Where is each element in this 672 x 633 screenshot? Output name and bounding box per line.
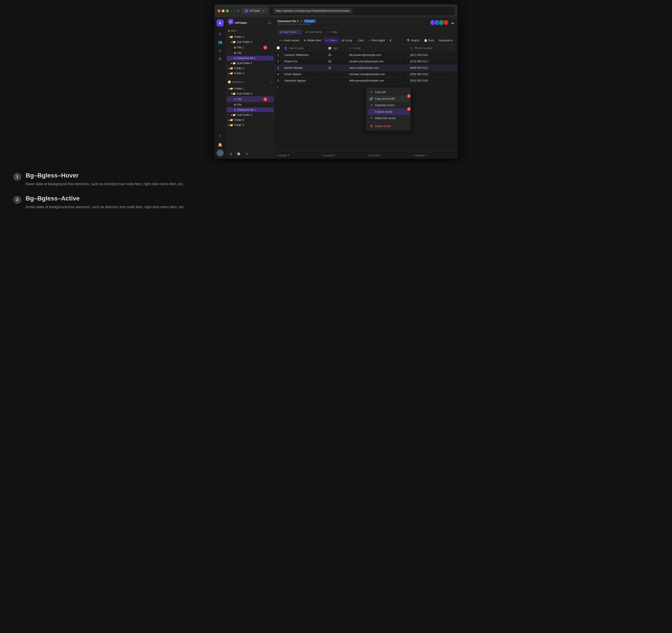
sidebar-item-subfolder1[interactable]: ▾📁 Sub Folder 1 ⋯ xyxy=(227,40,273,44)
exp-folder1[interactable]: ▾📁 Folder 1 ⋯ xyxy=(227,86,273,91)
traffic-light-minimize[interactable] xyxy=(222,9,224,13)
tab-view-label-2: View Name xyxy=(308,30,322,33)
exp-subfolder1[interactable]: ▾📁 Sub Folder 1 ⋯ xyxy=(227,91,273,96)
rail-icon-compass[interactable]: ◎ xyxy=(217,47,224,54)
ctx-divider xyxy=(367,122,409,122)
address-input[interactable] xyxy=(273,8,353,14)
col-email-icon: ✉ xyxy=(349,47,351,49)
ctx-copy-record-url[interactable]: 🔗 Copy record URL 1 xyxy=(367,96,409,102)
exp-folder4-label: Folder 4 xyxy=(234,119,268,122)
ctx-delete-record[interactable]: 🗑 Delete record xyxy=(367,123,409,129)
sidebar-item-folder1[interactable]: ▾📁 Folder 1 ⋯ xyxy=(227,34,273,39)
nav-reload[interactable]: ↻ xyxy=(237,9,240,13)
row-height-label: Row height xyxy=(371,39,385,42)
table-row: 1 Cameron Williamson 28 bill.sanders@exa… xyxy=(274,52,458,58)
toolbar-advanced[interactable]: Advanced ▾ xyxy=(437,38,455,43)
table-row: 3 Darrell Steward 32 sara.cruz@example.c… xyxy=(274,65,458,71)
rail-icon-team[interactable]: 👥 xyxy=(217,39,224,46)
exp-file[interactable]: ⊞ File ⋯ xyxy=(227,102,273,107)
sidebar-import-icon[interactable]: ⬆ xyxy=(244,151,250,157)
exp-folder4-icon: ▸📁 xyxy=(229,119,233,122)
toolbar-form[interactable]: 📋 Form xyxy=(422,38,436,43)
copy-url-icon: 🔗 xyxy=(369,97,373,100)
exp-datasheet1-icon: ⊞ xyxy=(234,108,236,112)
footer-chevron-4: ▾ xyxy=(425,154,426,157)
sidebar-add-btn[interactable]: + xyxy=(270,21,272,25)
row-3-name: Darrell Steward xyxy=(282,65,326,71)
col-checkbox[interactable] xyxy=(274,45,282,52)
row-3-email: sara.cruz@example.com xyxy=(347,65,408,71)
group-label: Group xyxy=(345,39,352,42)
toolbar-insert-record[interactable]: + + Insert record xyxy=(278,38,301,43)
table-row: 4 Kristin Watson michelle.rivera@example… xyxy=(274,71,458,78)
sidebar-item-file1[interactable]: ⊞ File 1 1 ⋯ xyxy=(227,45,273,50)
datasheet1-label: Datasheet file 1 xyxy=(237,56,268,60)
sidebar-trash-icon[interactable]: 🗑 xyxy=(228,151,234,157)
exp-file-label: File xyxy=(237,103,268,106)
exp-subfolder2[interactable]: ▸📁 Sub Folder 2 ⋯ xyxy=(227,113,273,117)
ctx-duplicate-record[interactable]: ⧉ Duplicate record xyxy=(367,102,409,108)
tab-close-btn[interactable]: ✕ xyxy=(263,9,265,13)
tab-new-btn[interactable]: + + New xyxy=(325,29,339,35)
row-4-phone: (505) 555-0125 xyxy=(408,71,448,78)
sidebar-item-subfolder2[interactable]: ▸📁 Sub Folder 2 ⋯ xyxy=(227,61,273,66)
sidebar-collapse-btn[interactable]: ◂ xyxy=(268,21,269,25)
add-record-btn[interactable]: + xyxy=(274,84,458,90)
traffic-lights xyxy=(217,9,229,13)
export-icon: ⬆ xyxy=(389,39,391,42)
footer-cell-4: 5 records ▾ xyxy=(412,154,458,157)
rail-icon-settings[interactable]: ⚙ xyxy=(217,55,224,62)
sidebar-item-folder2[interactable]: ▸📁 Folder 2 ⋯ xyxy=(227,66,273,71)
app-logo[interactable]: A xyxy=(217,20,224,26)
toolbar-search[interactable]: 🔍 Search xyxy=(405,38,421,43)
browser-nav: ‹ › ↻ xyxy=(231,9,240,13)
sidebar-template-icon[interactable]: 🎨 xyxy=(236,151,242,157)
exp-folder5[interactable]: ▸📁 Folder 5 ⋯ xyxy=(227,123,273,127)
add-column-btn[interactable]: + xyxy=(448,45,457,52)
nav-forward[interactable]: › xyxy=(234,9,235,13)
footer-cell-2: 5 records ▾ xyxy=(320,154,366,157)
tab-view-name-2[interactable]: ⊞ View Name xyxy=(303,29,324,35)
ctx-copy-cell[interactable]: ⧉ Copy cell xyxy=(367,89,409,96)
explorer-label: 🧭 Explorer ▾ xyxy=(228,80,244,83)
table-row: 5 Savannah Nguyen willie.jennings@exampl… xyxy=(274,78,458,84)
traffic-light-close[interactable] xyxy=(217,9,220,13)
col-phone-icon: 📞 xyxy=(410,47,413,49)
row-5-name: Savannah Nguyen xyxy=(282,78,326,84)
select-all-checkbox[interactable] xyxy=(277,46,280,49)
row-3-age: 32 xyxy=(326,65,347,71)
footer-cell-1: 5 records ▾ xyxy=(274,154,320,157)
rail-icon-help[interactable]: ? xyxy=(217,132,224,140)
toolbar-sort[interactable]: ↕ Sort xyxy=(355,38,365,43)
toolbar-row-height[interactable]: ↔ Row height xyxy=(366,38,387,43)
table-row: 2 Robert Fox 55 nevaeh.simm@example.com … xyxy=(274,58,458,65)
row-1-num: 1 xyxy=(274,52,282,58)
sidebar-item-file[interactable]: ⊞ File ⋯ xyxy=(227,51,273,55)
explorer-add-btn[interactable]: + xyxy=(271,80,272,84)
rail-icon-table[interactable]: ⊞ xyxy=(217,30,224,37)
tab-more-icon[interactable]: ⋮ xyxy=(297,30,300,33)
col-phone: 📞 Phone number xyxy=(408,45,448,52)
ctx-expand-record[interactable]: ⛶ Expand record 2 xyxy=(367,108,409,115)
star-icon[interactable]: ☆ xyxy=(300,20,303,23)
toolbar-filter[interactable]: ⧉ 2 filters xyxy=(323,38,339,43)
exp-file-badge2[interactable]: ⊞ File 2 ⋯ xyxy=(227,96,273,102)
toolbar-hidden-field[interactable]: 👁 Hidden field xyxy=(302,38,323,43)
traffic-light-fullscreen[interactable] xyxy=(226,9,229,13)
rail-icon-bell[interactable]: 🔔 xyxy=(217,141,224,148)
table-container: 👤 User's name 🔢 Age ✉ E-mail xyxy=(274,45,458,152)
sidebar-item-datasheet1[interactable]: ⊞ Datasheet file 1 ⋯ xyxy=(227,56,273,60)
exp-folder4[interactable]: ▸📁 Folder 4 ⋯ xyxy=(227,118,273,122)
browser-tab[interactable]: APITable ✕ xyxy=(242,8,268,14)
toolbar-group[interactable]: ⊞ Group xyxy=(340,38,354,43)
toolbar-export[interactable]: ⬆ xyxy=(387,38,394,43)
ctx-watch-record[interactable]: 👁 Watch this record xyxy=(367,115,409,121)
sidebar-item-folder3[interactable]: ▸📁 Folder 3 ⋯ xyxy=(227,71,273,76)
avatar-4 xyxy=(443,20,449,25)
tab-view-name-active[interactable]: ⊞ View Name ⋮ xyxy=(278,29,302,35)
nav-back[interactable]: ‹ xyxy=(231,9,232,13)
exp-subfolder1-icon: ▾📁 xyxy=(231,92,236,95)
exp-datasheet1[interactable]: ⊞ Datasheet file 1 ⋯ xyxy=(227,107,273,112)
tab-label: APITable xyxy=(249,9,260,13)
rail-avatar[interactable]: 👤 xyxy=(217,149,224,156)
